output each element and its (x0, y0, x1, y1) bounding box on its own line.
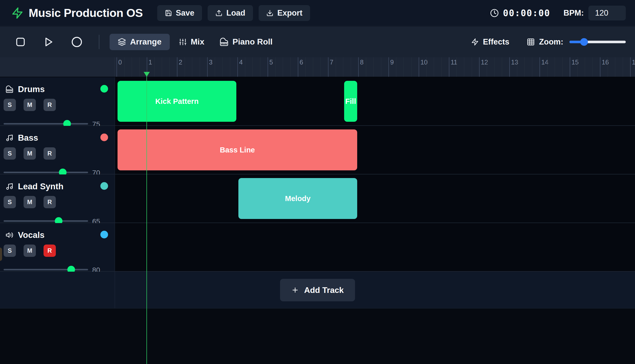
add-track-button[interactable]: Add Track (280, 279, 355, 301)
ruler-beat-line (275, 57, 276, 77)
clip-fill[interactable]: Fill (344, 81, 357, 122)
ruler-beat-line (404, 57, 404, 77)
bass-volume-slider[interactable] (4, 172, 88, 173)
track-header-bass: BassSMR70 (0, 126, 115, 174)
ruler-beat-line (434, 57, 434, 77)
playhead[interactable] (146, 73, 147, 364)
lead-synth-solo-button[interactable]: S (4, 196, 16, 208)
track-color-dot (100, 182, 108, 190)
vocals-mute-button[interactable]: M (24, 245, 36, 257)
clip-bass-line[interactable]: Bass Line (118, 129, 357, 170)
lead-synth-volume-slider[interactable] (4, 220, 88, 222)
track-row-drums: DrumsSMR75Kick PatternFill (0, 77, 635, 126)
tab-arrange[interactable]: Arrange (110, 34, 170, 50)
ruler-beat-line (547, 57, 547, 77)
ruler-bar-line (509, 57, 510, 77)
stop-icon (15, 36, 26, 48)
ruler-beat-line (411, 57, 411, 77)
ruler-bar-number: 8 (360, 59, 364, 66)
ruler-beat-line (592, 57, 593, 77)
piano-icon (220, 38, 228, 46)
record-icon (71, 36, 83, 48)
ruler-bar-number: 15 (572, 59, 579, 66)
bpm-input[interactable] (588, 6, 626, 20)
piano-icon (6, 85, 13, 93)
track-header-drums: DrumsSMR75 (0, 77, 115, 125)
ruler-bar-line (298, 57, 298, 77)
track-row-vocals: VocalsSMR80 (0, 223, 635, 272)
playhead-marker-icon[interactable] (144, 72, 150, 77)
effects-button[interactable]: Effects (471, 37, 509, 47)
effects-label: Effects (483, 37, 509, 47)
ruler-beat-line (170, 57, 170, 77)
clip-melody[interactable]: Melody (238, 178, 357, 219)
ruler-bar-line (570, 57, 570, 77)
sliders-icon (179, 38, 187, 46)
tab-piano-roll[interactable]: Piano Roll (214, 34, 279, 50)
smr-button-group: SMR (4, 147, 56, 160)
track-lane-lead-synth[interactable]: Melody (115, 174, 635, 223)
vocals-solo-button[interactable]: S (4, 245, 16, 257)
zoom-control: Zoom: (527, 37, 626, 47)
track-name-row: Bass (6, 133, 38, 143)
zoom-slider-thumb[interactable] (580, 38, 588, 46)
ruler-beat-line (457, 57, 457, 77)
bass-mute-button[interactable]: M (24, 147, 36, 160)
ruler-beat-line (313, 57, 313, 77)
track-lane-bass[interactable]: Bass Line (115, 126, 635, 174)
drums-record-button[interactable]: R (44, 99, 56, 111)
bass-solo-button[interactable]: S (4, 147, 16, 160)
ruler-beat-line (343, 57, 343, 77)
ruler-beat-line (608, 57, 608, 77)
bpm-label: BPM: (564, 8, 584, 18)
lead-synth-record-button[interactable]: R (44, 196, 56, 208)
drums-volume-slider[interactable] (4, 123, 88, 125)
track-name-row: Lead Synth (6, 182, 64, 191)
ruler-bar-line (600, 57, 600, 77)
drums-mute-button[interactable]: M (24, 99, 36, 111)
ruler-beat-line (132, 57, 132, 77)
ruler-bar-number: 2 (179, 59, 182, 66)
clip-kick-pattern[interactable]: Kick Pattern (118, 81, 236, 122)
vocals-volume-slider[interactable] (4, 269, 88, 270)
grid-icon (527, 38, 535, 46)
bass-record-button[interactable]: R (44, 147, 56, 160)
vocals-record-button[interactable]: R (44, 245, 56, 257)
tab-mix[interactable]: Mix (173, 34, 210, 50)
ruler-bar-line (539, 57, 540, 77)
save-button[interactable]: Save (157, 5, 202, 21)
ruler-bar-number: 16 (602, 59, 609, 66)
smr-button-group: SMR (4, 245, 56, 257)
smr-button-group: SMR (4, 196, 56, 208)
ruler-beat-line (351, 57, 351, 77)
timeline-ruler[interactable]: 01234567891011121314151617 (0, 57, 635, 77)
track-color-dot (100, 134, 108, 141)
track-lane-drums[interactable]: Kick PatternFill (115, 77, 635, 125)
stop-button[interactable] (15, 36, 26, 48)
ruler-beat-line (321, 57, 321, 77)
record-button[interactable] (71, 36, 83, 48)
track-lane-vocals[interactable] (115, 223, 635, 271)
download-icon (266, 9, 273, 17)
ruler-beat-line (305, 57, 306, 77)
play-button[interactable] (43, 36, 54, 48)
drums-solo-button[interactable]: S (4, 99, 16, 111)
ruler-bar-number: 3 (209, 59, 213, 66)
load-button[interactable]: Load (208, 5, 253, 21)
ruler-beat-line (555, 57, 555, 77)
ruler-beat-line (192, 57, 192, 77)
ruler-beat-line (139, 57, 140, 77)
ruler-beat-line (124, 57, 124, 77)
ruler-beat-line (494, 57, 494, 77)
ruler-bar-line (268, 57, 268, 77)
ruler-beat-line (517, 57, 517, 77)
partial-offscreen-element (0, 248, 2, 261)
track-name-label: Lead Synth (18, 182, 64, 191)
track-header-vocals: VocalsSMR80 (0, 223, 115, 271)
ruler-beat-line (260, 57, 260, 77)
lead-synth-mute-button[interactable]: M (24, 196, 36, 208)
track-name-label: Bass (18, 133, 38, 143)
export-button[interactable]: Export (259, 5, 310, 21)
ruler-beat-line (464, 57, 464, 77)
zoom-slider[interactable] (569, 38, 626, 46)
